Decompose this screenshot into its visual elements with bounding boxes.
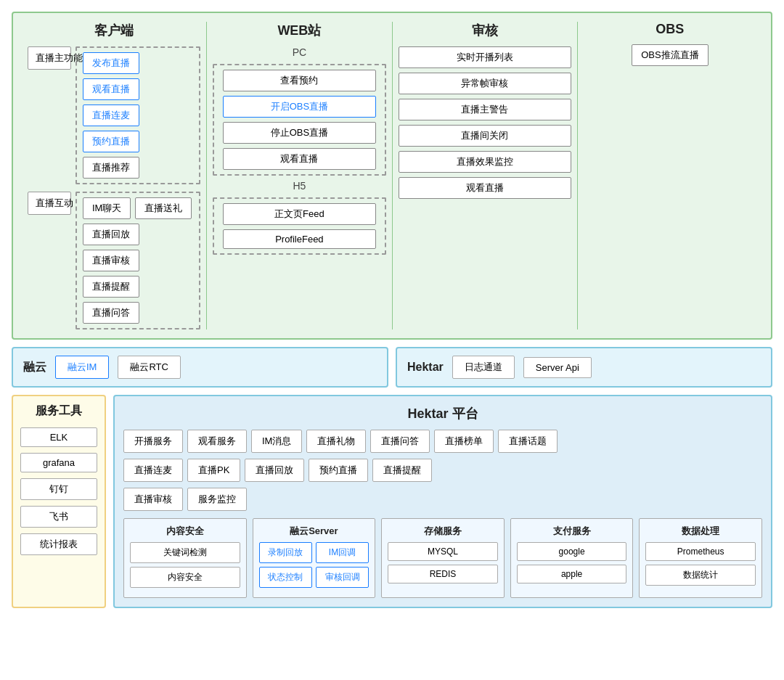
box-im: IM聊天 bbox=[83, 197, 131, 219]
sub-mysql: MYSQL bbox=[388, 542, 498, 561]
dashed-group-2: IM聊天 直播送礼 直播回放 直播审核 直播提醒 直播问答 bbox=[75, 192, 200, 329]
web-pc-4: 观看直播 bbox=[223, 148, 375, 170]
shenhe-3: 直播主警告 bbox=[399, 99, 571, 120]
hp-6: 直播榜单 bbox=[434, 430, 494, 453]
web-pc-1: 查看预约 bbox=[223, 70, 375, 91]
sub-data: 数据处理 Prometheus 数据统计 bbox=[639, 518, 762, 598]
sub-ry-4: 审核回调 bbox=[316, 567, 369, 588]
dashed-group-1: 发布直播 观看直播 直播连麦 预约直播 直播推荐 bbox=[75, 46, 200, 184]
sub-ry-row1: 录制回放 IM回调 bbox=[259, 542, 369, 563]
web-content: PC 查看预约 开启OBS直播 停止OBS直播 观看直播 H5 正文页Feed … bbox=[213, 46, 385, 255]
client-row-1: 直播主功能 发布直播 观看直播 直播连麦 预约直播 直播推荐 bbox=[28, 46, 200, 184]
bottom-section: 服务工具 ELK grafana 钉钉 飞书 统计报表 Hektar 平台 开播… bbox=[12, 395, 772, 608]
hektar-label: Hektar bbox=[407, 361, 444, 374]
sub-cs-1: 关键词检测 bbox=[130, 542, 240, 563]
client-content: 直播主功能 发布直播 观看直播 直播连麦 预约直播 直播推荐 直播互动 IM聊天… bbox=[28, 46, 200, 329]
main-container: 客户端 直播主功能 发布直播 观看直播 直播连麦 预约直播 直播推荐 直播互动 bbox=[12, 12, 772, 608]
hp3-2: 服务监控 bbox=[187, 488, 247, 511]
box-yuyue: 预约直播 bbox=[83, 131, 139, 152]
sub-prometheus: Prometheus bbox=[645, 542, 756, 561]
hp2-5: 直播提醒 bbox=[372, 459, 432, 482]
box-shenhe: 直播审核 bbox=[83, 250, 139, 271]
hektar-row3: 直播审核 服务监控 bbox=[123, 488, 762, 511]
client-label-1: 直播主功能 bbox=[28, 46, 71, 70]
tool-dingding: 钉钉 bbox=[20, 478, 97, 500]
sub-redis: REDIS bbox=[388, 565, 498, 583]
hp2-2: 直播PK bbox=[187, 459, 240, 482]
hektar-log: 日志通道 bbox=[452, 356, 515, 379]
sub-payment: 支付服务 google apple bbox=[510, 518, 634, 598]
box-fabu: 发布直播 bbox=[83, 52, 139, 74]
rongyun-rtc: 融云RTC bbox=[118, 356, 180, 379]
hp-3: IM消息 bbox=[251, 430, 302, 453]
hektar-api: Server Api bbox=[523, 357, 592, 378]
shenhe-1: 实时开播列表 bbox=[399, 46, 571, 68]
col-client: 客户端 直播主功能 发布直播 观看直播 直播连麦 预约直播 直播推荐 直播互动 bbox=[22, 22, 207, 329]
tool-feishu: 飞书 bbox=[20, 506, 97, 528]
hp-7: 直播话题 bbox=[498, 430, 558, 453]
sub-storage-title: 存储服务 bbox=[388, 525, 498, 538]
hektar-row2: 直播连麦 直播PK 直播回放 预约直播 直播提醒 bbox=[123, 459, 762, 482]
hp-5: 直播问答 bbox=[370, 430, 430, 453]
col-shenhe-title: 审核 bbox=[399, 22, 571, 39]
sub-data-row2: 数据统计 bbox=[645, 565, 756, 586]
middle-hektar: Hektar 日志通道 Server Api bbox=[396, 347, 772, 388]
sub-cs-row2: 内容安全 bbox=[130, 567, 240, 588]
web-h5-1: 正文页Feed bbox=[223, 203, 375, 225]
hp2-1: 直播连麦 bbox=[123, 459, 183, 482]
hektar-platform: Hektar 平台 开播服务 观看服务 IM消息 直播礼物 直播问答 直播榜单 … bbox=[113, 395, 772, 608]
tool-elk: ELK bbox=[20, 427, 97, 447]
sub-content-safety: 内容安全 关键词检测 内容安全 bbox=[123, 518, 247, 598]
col-client-title: 客户端 bbox=[28, 22, 200, 39]
shenhe-5: 直播效果监控 bbox=[399, 151, 571, 173]
sub-st-row2: REDIS bbox=[388, 565, 498, 583]
middle-rongyun: 融云 融云IM 融云RTC bbox=[12, 347, 388, 388]
sub-rongyun-server: 融云Server 录制回放 IM回调 状态控制 审核回调 bbox=[253, 518, 376, 598]
obs-content: OBS推流直播 bbox=[584, 44, 756, 66]
sub-ry-1: 录制回放 bbox=[259, 542, 312, 563]
top-section: 客户端 直播主功能 发布直播 观看直播 直播连麦 预约直播 直播推荐 直播互动 bbox=[12, 12, 772, 340]
hp3-1: 直播审核 bbox=[123, 488, 183, 511]
tool-tongji: 统计报表 bbox=[20, 533, 97, 555]
sub-data-title: 数据处理 bbox=[645, 525, 756, 538]
box-songli: 直播送礼 bbox=[135, 197, 192, 219]
shenhe-2: 异常帧审核 bbox=[399, 73, 571, 94]
middle-section: 融云 融云IM 融云RTC Hektar 日志通道 Server Api bbox=[12, 347, 772, 388]
hp-1: 开播服务 bbox=[123, 430, 183, 453]
sub-st-row1: MYSQL bbox=[388, 542, 498, 561]
col-shenhe: 审核 实时开播列表 异常帧审核 直播主警告 直播间关闭 直播效果监控 观看直播 bbox=[393, 22, 578, 329]
service-tools: 服务工具 ELK grafana 钉钉 飞书 统计报表 bbox=[12, 395, 106, 608]
sub-storage: 存储服务 MYSQL REDIS bbox=[381, 518, 505, 598]
obs-1: OBS推流直播 bbox=[632, 44, 708, 66]
sub-pay-row2: apple bbox=[517, 565, 627, 583]
sub-cs-row1: 关键词检测 bbox=[130, 542, 240, 563]
box-guankan: 观看直播 bbox=[83, 78, 139, 100]
hp2-3: 直播回放 bbox=[245, 459, 304, 482]
hp-4: 直播礼物 bbox=[306, 430, 366, 453]
service-tools-title: 服务工具 bbox=[36, 404, 82, 419]
col-web: WEB站 PC 查看预约 开启OBS直播 停止OBS直播 观看直播 H5 正文页… bbox=[207, 22, 392, 329]
web-h5-2: ProfileFeed bbox=[223, 229, 375, 249]
hp-2: 观看服务 bbox=[187, 430, 247, 453]
sub-google: google bbox=[517, 542, 627, 561]
tool-grafana: grafana bbox=[20, 453, 97, 472]
box-tuijian: 直播推荐 bbox=[83, 157, 139, 179]
rongyun-im: 融云IM bbox=[55, 356, 109, 379]
col-obs: OBS OBS推流直播 bbox=[578, 22, 762, 329]
sub-ry-row2: 状态控制 审核回调 bbox=[259, 567, 369, 588]
box-huifang: 直播回放 bbox=[83, 224, 139, 245]
sub-datatongji: 数据统计 bbox=[645, 565, 756, 586]
sub-ry-2: IM回调 bbox=[316, 542, 369, 563]
sub-payment-title: 支付服务 bbox=[517, 525, 627, 538]
hektar-platform-title: Hektar 平台 bbox=[123, 405, 762, 422]
web-h5-label: H5 bbox=[293, 180, 306, 192]
hektar-bottom: 内容安全 关键词检测 内容安全 融云Server 录制回放 IM回调 bbox=[123, 518, 762, 598]
web-pc-3: 停止OBS直播 bbox=[223, 122, 375, 144]
shenhe-6: 观看直播 bbox=[399, 177, 571, 199]
sub-data-row1: Prometheus bbox=[645, 542, 756, 561]
client-row-2: 直播互动 IM聊天 直播送礼 直播回放 直播审核 直播提醒 直播问答 bbox=[28, 192, 200, 329]
box-wenda: 直播问答 bbox=[83, 302, 139, 324]
shenhe-content: 实时开播列表 异常帧审核 直播主警告 直播间关闭 直播效果监控 观看直播 bbox=[399, 46, 571, 199]
sub-pay-row1: google bbox=[517, 542, 627, 561]
hp2-4: 预约直播 bbox=[309, 459, 368, 482]
